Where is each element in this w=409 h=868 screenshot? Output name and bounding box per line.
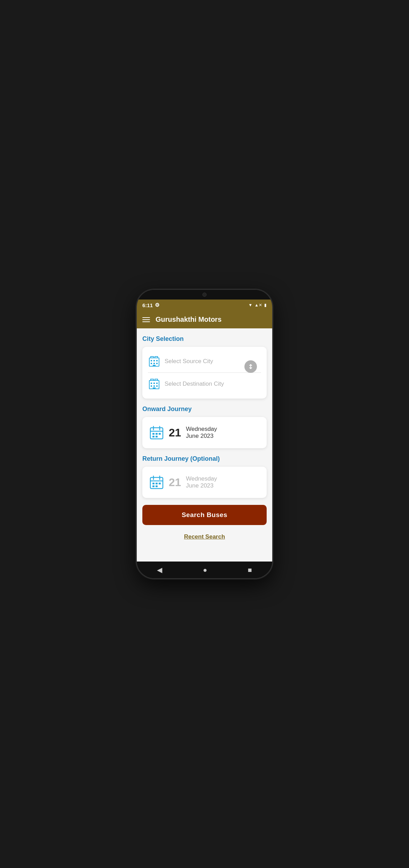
svg-rect-6 bbox=[151, 363, 152, 364]
recents-nav-button[interactable]: ■ bbox=[245, 563, 254, 577]
svg-rect-3 bbox=[151, 360, 152, 361]
onward-calendar-icon bbox=[149, 425, 164, 440]
onward-weekday: Wednesday bbox=[186, 426, 217, 433]
svg-rect-25 bbox=[156, 433, 158, 435]
svg-rect-37 bbox=[156, 485, 158, 487]
destination-city-icon bbox=[148, 378, 160, 390]
svg-rect-8 bbox=[156, 363, 158, 364]
svg-rect-4 bbox=[153, 360, 155, 361]
onward-journey-card[interactable]: 21 Wednesday June 2023 bbox=[142, 417, 267, 448]
time-display: 6:11 bbox=[142, 302, 153, 308]
svg-rect-17 bbox=[153, 385, 155, 387]
status-icons: ▼ ▲✕ ▮ bbox=[248, 303, 267, 308]
return-date-info: Wednesday June 2023 bbox=[186, 475, 217, 489]
return-calendar-icon bbox=[149, 475, 164, 490]
swap-cities-button[interactable] bbox=[244, 360, 257, 373]
onward-date-display: 21 Wednesday June 2023 bbox=[148, 423, 261, 443]
svg-rect-34 bbox=[156, 483, 158, 484]
return-date-display: 21 Wednesday June 2023 bbox=[148, 472, 261, 492]
home-nav-button[interactable]: ● bbox=[200, 563, 210, 577]
svg-rect-18 bbox=[156, 385, 158, 387]
camera-notch bbox=[202, 293, 207, 297]
phone-frame: 6:11 ⚙ ▼ ▲✕ ▮ Gurushakthi Motors City Se… bbox=[137, 290, 272, 578]
battery-icon: ▮ bbox=[264, 303, 267, 308]
destination-city-input[interactable]: Select Destination City bbox=[165, 380, 261, 387]
svg-rect-35 bbox=[159, 483, 161, 484]
svg-rect-14 bbox=[153, 383, 155, 384]
svg-rect-26 bbox=[159, 433, 161, 435]
return-weekday: Wednesday bbox=[186, 475, 217, 482]
svg-rect-16 bbox=[151, 385, 152, 387]
onward-month-year: June 2023 bbox=[186, 433, 217, 440]
wifi-icon: ▼ bbox=[248, 303, 252, 308]
search-buses-button[interactable]: Search Buses bbox=[142, 505, 267, 525]
svg-rect-2 bbox=[155, 357, 158, 358]
svg-rect-7 bbox=[153, 363, 155, 364]
return-month-year: June 2023 bbox=[186, 482, 217, 489]
onward-day-number: 21 bbox=[169, 427, 181, 438]
app-title: Gurushakthi Motors bbox=[156, 316, 222, 324]
source-city-icon bbox=[148, 355, 160, 368]
status-time-area: 6:11 ⚙ bbox=[142, 302, 159, 308]
source-city-row[interactable]: Select Source City bbox=[148, 352, 261, 373]
svg-rect-9 bbox=[153, 365, 156, 366]
svg-rect-24 bbox=[152, 433, 155, 435]
status-bar: 6:11 ⚙ ▼ ▲✕ ▮ bbox=[137, 300, 272, 311]
destination-city-row[interactable]: Select Destination City bbox=[148, 373, 261, 393]
recent-search-link[interactable]: Recent Search bbox=[142, 531, 267, 543]
svg-rect-19 bbox=[153, 387, 156, 389]
svg-rect-33 bbox=[152, 483, 155, 484]
bottom-nav: ◀ ● ■ bbox=[137, 562, 272, 578]
city-section-title: City Selection bbox=[142, 335, 267, 343]
return-section-title: Return Journey (Optional) bbox=[142, 455, 267, 462]
svg-rect-12 bbox=[155, 379, 158, 380]
main-content: City Selection Select Source City bbox=[137, 328, 272, 562]
return-journey-card[interactable]: 21 Wednesday June 2023 bbox=[142, 467, 267, 498]
city-selection-card: Select Source City bbox=[142, 347, 267, 399]
menu-button[interactable] bbox=[142, 317, 150, 322]
onward-section-title: Onward Journey bbox=[142, 406, 267, 413]
signal-icon: ▲✕ bbox=[254, 303, 262, 308]
phone-top-bar bbox=[137, 290, 272, 300]
settings-icon: ⚙ bbox=[155, 302, 159, 308]
svg-rect-11 bbox=[151, 379, 153, 380]
onward-date-info: Wednesday June 2023 bbox=[186, 426, 217, 440]
svg-rect-13 bbox=[151, 383, 152, 384]
svg-rect-5 bbox=[156, 360, 158, 361]
svg-rect-36 bbox=[152, 485, 155, 487]
svg-rect-1 bbox=[151, 357, 153, 358]
back-nav-button[interactable]: ◀ bbox=[154, 563, 165, 577]
app-header: Gurushakthi Motors bbox=[137, 311, 272, 328]
svg-rect-27 bbox=[152, 436, 155, 437]
svg-rect-15 bbox=[156, 383, 158, 384]
return-day-number: 21 bbox=[169, 477, 181, 488]
svg-rect-28 bbox=[156, 436, 158, 437]
